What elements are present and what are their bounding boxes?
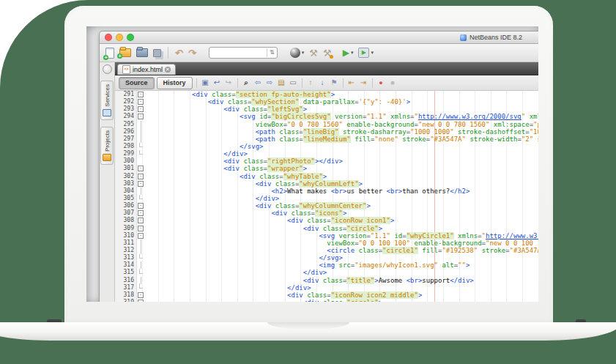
undo-button[interactable]: ↶ — [175, 48, 183, 58]
code-text: <div class="section fp-auto-height"> — [144, 91, 538, 98]
code-line: 304<h2>What makes <br>us better <br>than… — [115, 187, 538, 195]
laptop-lid: NetBeans IDE 8.2 + + ↶ ↷ ⇅ ▾ ⚒ ⚒ ▶▾ ▶▾ — [64, 6, 553, 322]
code-text: <path class="lineBig" stroke-dasharray="… — [144, 128, 538, 135]
code-text: <div class="icons"> — [144, 209, 538, 217]
history-view-button[interactable]: History — [157, 77, 193, 89]
line-number: 313 — [115, 254, 137, 261]
fold-marker[interactable]: - — [137, 165, 144, 172]
clean-build-project-button[interactable]: ⚒ — [323, 48, 332, 58]
redo-button[interactable]: ↷ — [188, 48, 196, 58]
laptop-screen: NetBeans IDE 8.2 + + ↶ ↷ ⇅ ▾ ⚒ ⚒ ▶▾ ▶▾ — [86, 26, 538, 302]
fold-marker[interactable]: - — [137, 217, 144, 224]
code-text: </div> — [144, 150, 538, 157]
window-titlebar[interactable]: NetBeans IDE 8.2 — [100, 31, 538, 44]
code-text: </svg> — [144, 143, 538, 150]
shift-left-button[interactable]: ⇤ — [347, 78, 357, 88]
fold-marker[interactable]: - — [137, 98, 144, 105]
code-line: 310-<svg version="1.1" id="whyCircle1" x… — [115, 232, 538, 239]
code-text: <h2>What makes <br>us better <br>than ot… — [144, 187, 538, 195]
open-project-button[interactable] — [136, 48, 148, 57]
code-text: <circle class="circle1" fill="#192538" s… — [144, 247, 538, 254]
zoom-window-button[interactable] — [127, 34, 134, 41]
build-project-button[interactable]: ⚒ — [309, 48, 318, 58]
code-editor[interactable]: 291-<div class="section fp-auto-height">… — [115, 91, 538, 302]
save-all-button[interactable] — [153, 49, 161, 57]
next-bookmark-button[interactable]: ↓ — [318, 78, 327, 88]
combo-stepper-icon: ⇅ — [267, 48, 277, 57]
fold-marker[interactable]: - — [137, 173, 144, 180]
find-previous-button[interactable]: ⇦ — [253, 78, 263, 88]
fold-marker[interactable]: - — [137, 291, 144, 299]
collapse-group-button[interactable] — [103, 64, 112, 74]
line-number: 308 — [115, 217, 137, 224]
fold-marker — [137, 269, 144, 276]
line-number: 300 — [115, 157, 137, 165]
start-macro-recording-button[interactable]: ● — [376, 78, 386, 88]
fold-marker[interactable]: - — [137, 209, 144, 217]
tab-index-html[interactable]: <> index.html ✕ — [117, 64, 176, 75]
rectangular-selection-button[interactable]: ▭ — [289, 78, 298, 88]
open-project-icon — [136, 48, 148, 57]
debug-icon: ▶ — [358, 48, 369, 58]
code-text: <div class="wrapper"> — [144, 165, 538, 172]
close-window-button[interactable] — [105, 34, 112, 41]
code-text: <div class="iconRow icon2 middle"> — [144, 291, 538, 299]
fold-marker[interactable]: - — [137, 299, 144, 302]
code-text: </svg> — [144, 254, 538, 261]
run-project-button[interactable]: ▶▾ — [343, 48, 354, 58]
line-number: 306 — [115, 202, 137, 209]
run-icon: ▶ — [343, 48, 349, 58]
fold-marker[interactable]: - — [137, 232, 144, 239]
fold-marker[interactable]: - — [137, 202, 144, 209]
tab-label: index.html — [133, 66, 163, 73]
code-text: </div> — [144, 269, 538, 276]
code-line: 313</svg> — [115, 254, 538, 261]
code-line: 299</div> — [115, 150, 538, 157]
back-button[interactable]: ↩ — [212, 78, 222, 88]
fold-marker[interactable]: - — [137, 105, 144, 113]
find-next-button[interactable]: ⇨ — [265, 78, 275, 88]
previous-bookmark-button[interactable]: ↑ — [306, 78, 316, 88]
line-number: 307 — [115, 209, 137, 217]
line-number: 309 — [115, 225, 137, 232]
minimize-window-button[interactable] — [116, 34, 123, 41]
html-file-icon: <> — [122, 65, 130, 74]
source-view-button[interactable]: Source — [119, 77, 155, 89]
new-file-button[interactable]: + — [105, 48, 114, 59]
dropdown-caret-icon: ▾ — [371, 50, 374, 56]
fold-marker — [137, 150, 144, 157]
services-tab-label: Services — [104, 84, 111, 107]
shift-right-button[interactable]: ⇥ — [359, 78, 368, 88]
line-number: 318 — [115, 291, 137, 299]
find-button[interactable]: ⌕ — [242, 78, 251, 88]
sidebar-tab-services[interactable]: Services — [100, 81, 114, 120]
code-text: <svg version="1.1" id="whyCircle1" xmlns… — [144, 232, 538, 239]
code-line: 300<div class="rightPhoto"></div> — [115, 157, 538, 165]
code-line: 317</div> — [115, 284, 538, 291]
stop-macro-recording-button[interactable]: ■ — [388, 78, 398, 88]
forward-button[interactable]: ↪ — [224, 78, 234, 88]
browser-selector-button[interactable]: ▾ — [290, 48, 305, 58]
line-number: 292 — [115, 98, 137, 105]
code-text: <div class="rightPhoto"></div> — [144, 157, 538, 165]
code-line: 296<path class="lineBig" stroke-dasharra… — [115, 128, 538, 135]
toggle-highlight-button[interactable]: ▤ — [277, 78, 286, 88]
netbeans-logo-icon — [460, 34, 467, 41]
fold-marker — [137, 277, 144, 284]
close-tab-icon[interactable]: ✕ — [165, 67, 171, 73]
code-text: <div class="iconRow icon1"> — [144, 217, 538, 224]
toolbar-separator — [343, 78, 344, 88]
fold-marker[interactable]: - — [137, 113, 144, 120]
fold-marker[interactable]: - — [137, 225, 144, 232]
code-line: 308-<div class="iconRow icon1"> — [115, 217, 538, 224]
toggle-bookmark-button[interactable]: ⚑ — [330, 78, 339, 88]
code-line: 291-<div class="section fp-auto-height"> — [115, 91, 538, 98]
debug-project-button[interactable]: ▶▾ — [358, 48, 374, 58]
new-project-button[interactable]: + — [119, 48, 131, 57]
last-edited-button[interactable]: ▣ — [201, 78, 210, 88]
configuration-combobox[interactable]: ⇅ — [209, 47, 278, 59]
fold-marker — [137, 254, 144, 261]
fold-marker[interactable]: - — [137, 91, 144, 98]
sidebar-tab-projects[interactable]: Projects — [100, 127, 114, 165]
fold-marker[interactable]: - — [137, 180, 144, 187]
